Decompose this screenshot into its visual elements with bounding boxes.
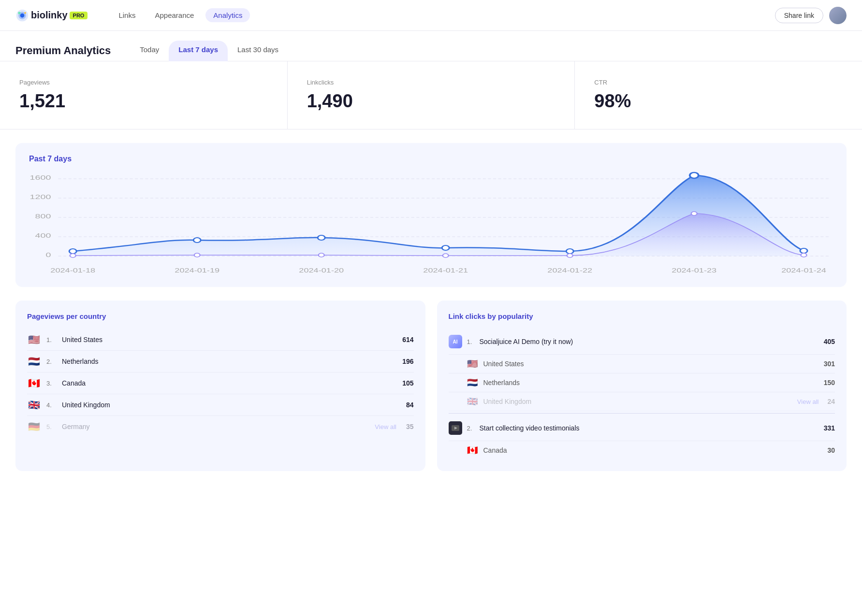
stat-linkclicks: Linkclicks 1,490 — [288, 61, 575, 129]
pageviews-value: 1,521 — [19, 91, 268, 112]
rank-3: 3. — [46, 380, 56, 387]
country-count-gb: 84 — [406, 401, 414, 409]
chart-title: Past 7 days — [29, 155, 833, 163]
main-header: biolinky PRO Links Appearance Analytics … — [0, 0, 862, 31]
flag-nl: 🇳🇱 — [27, 357, 41, 366]
page-title: Premium Analytics — [15, 44, 111, 57]
country-row: 🇳🇱 2. Netherlands 196 — [27, 351, 414, 372]
avatar[interactable] — [829, 7, 847, 24]
chart-point — [69, 249, 76, 254]
svg-text:1200: 1200 — [30, 193, 51, 201]
rank-4: 4. — [46, 401, 56, 409]
chart-point-click — [319, 253, 324, 257]
link-clicks-panel: Link clicks by popularity AI 1. Socialju… — [437, 301, 847, 471]
sub-flag-nl: 🇳🇱 — [467, 378, 479, 387]
tab-last30[interactable]: Last 30 days — [228, 41, 288, 61]
sub-count-ca: 30 — [827, 446, 835, 454]
svg-text:2024-01-23: 2024-01-23 — [672, 267, 716, 273]
pageviews-country-title: Pageviews per country — [27, 312, 414, 320]
rank-2: 2. — [46, 358, 56, 365]
tab-last7[interactable]: Last 7 days — [169, 41, 228, 61]
sub-flag-ca: 🇨🇦 — [467, 446, 479, 455]
rank-5: 5. — [46, 423, 56, 430]
linkclicks-label: Linkclicks — [307, 79, 555, 86]
chart-svg: 1600 1200 800 400 0 2024-01-18 2024-01-1… — [29, 171, 833, 277]
svg-text:2024-01-24: 2024-01-24 — [781, 267, 826, 273]
ai-icon: AI — [449, 335, 462, 348]
stat-ctr: CTR 98% — [575, 61, 862, 129]
share-link-button[interactable]: Share link — [775, 8, 823, 23]
chart-point-click — [70, 254, 76, 258]
header-actions: Share link — [775, 7, 847, 24]
svg-text:2024-01-19: 2024-01-19 — [175, 267, 219, 273]
chart-section: Past 7 days 1600 1200 800 400 0 2024-01-… — [15, 143, 847, 287]
sub-flag-gb: 🇬🇧 — [467, 397, 479, 406]
svg-text:0: 0 — [45, 251, 51, 258]
chart-area: 1600 1200 800 400 0 2024-01-18 2024-01-1… — [29, 171, 833, 277]
chart-point — [442, 245, 449, 250]
sub-count-us: 301 — [824, 360, 835, 368]
rank-1: 1. — [46, 336, 56, 344]
section-separator — [449, 413, 835, 414]
logo[interactable]: biolinky PRO — [15, 9, 88, 22]
svg-text:800: 800 — [35, 213, 51, 220]
svg-text:2024-01-18: 2024-01-18 — [50, 267, 95, 273]
nav-links[interactable]: Links — [111, 8, 143, 22]
main-nav: Links Appearance Analytics — [111, 8, 759, 22]
flag-gb: 🇬🇧 — [27, 400, 41, 410]
avatar-image — [829, 7, 847, 24]
view-all-link-countries[interactable]: View all — [797, 398, 819, 405]
sub-link-row: 🇨🇦 Canada 30 — [449, 441, 835, 459]
sub-country-ca: Canada — [483, 446, 823, 454]
country-count-de: 35 — [406, 423, 414, 430]
country-row: 🇨🇦 3. Canada 105 — [27, 372, 414, 394]
country-name-gb: United Kingdom — [62, 401, 400, 409]
flag-de: 🇩🇪 — [27, 422, 41, 431]
sub-link-row-faded: 🇬🇧 United Kingdom View all 24 — [449, 392, 835, 411]
tab-today[interactable]: Today — [130, 41, 169, 61]
link-name-2: Start collecting video testimonials — [480, 424, 819, 432]
flag-us: 🇺🇸 — [27, 335, 41, 344]
country-row: 🇺🇸 1. United States 614 — [27, 329, 414, 351]
sub-country-nl: Netherlands — [483, 379, 819, 387]
country-name-ca: Canada — [62, 379, 396, 387]
nav-analytics[interactable]: Analytics — [205, 8, 250, 22]
chart-point-click — [567, 254, 573, 258]
sub-country-gb: United Kingdom — [483, 398, 792, 405]
country-count-ca: 105 — [402, 379, 413, 387]
sub-flag-us: 🇺🇸 — [467, 359, 479, 368]
svg-text:1600: 1600 — [30, 174, 51, 181]
link-rank-2: 2. — [467, 425, 475, 432]
sub-link-row: 🇺🇸 United States 301 — [449, 355, 835, 373]
sub-header: Premium Analytics Today Last 7 days Last… — [0, 31, 862, 61]
chart-point-peak — [690, 172, 699, 178]
svg-point-2 — [20, 13, 25, 17]
sub-country-us: United States — [483, 360, 819, 368]
country-row-faded: 🇩🇪 5. Germany View all 35 — [27, 416, 414, 437]
chart-point-click — [194, 253, 200, 257]
country-name-de: Germany — [62, 423, 369, 430]
nav-appearance[interactable]: Appearance — [147, 8, 202, 22]
link-row-1: AI 1. Socialjuice AI Demo (try it now) 4… — [449, 329, 835, 355]
country-row: 🇬🇧 4. United Kingdom 84 — [27, 394, 414, 416]
svg-text:2024-01-20: 2024-01-20 — [299, 267, 344, 273]
link-rank-1: 1. — [467, 338, 475, 345]
svg-text:400: 400 — [35, 232, 51, 239]
link-clicks-title: Link clicks by popularity — [449, 312, 835, 320]
stat-pageviews: Pageviews 1,521 — [0, 61, 288, 129]
time-tabs: Today Last 7 days Last 30 days — [130, 41, 288, 61]
flag-ca: 🇨🇦 — [27, 378, 41, 388]
country-count-nl: 196 — [402, 358, 413, 365]
sub-count-gb: 24 — [827, 398, 835, 405]
country-name-nl: Netherlands — [62, 358, 396, 365]
chart-point-click — [691, 212, 697, 215]
view-all-countries[interactable]: View all — [375, 423, 396, 430]
pro-badge: PRO — [70, 12, 88, 19]
video-icon — [449, 421, 462, 435]
country-count-us: 614 — [402, 336, 413, 344]
bottom-row: Pageviews per country 🇺🇸 1. United State… — [15, 301, 847, 471]
chart-point-click — [801, 253, 806, 257]
link-count-2: 331 — [824, 424, 835, 432]
svg-text:2024-01-22: 2024-01-22 — [547, 267, 592, 273]
chart-point — [193, 238, 201, 243]
